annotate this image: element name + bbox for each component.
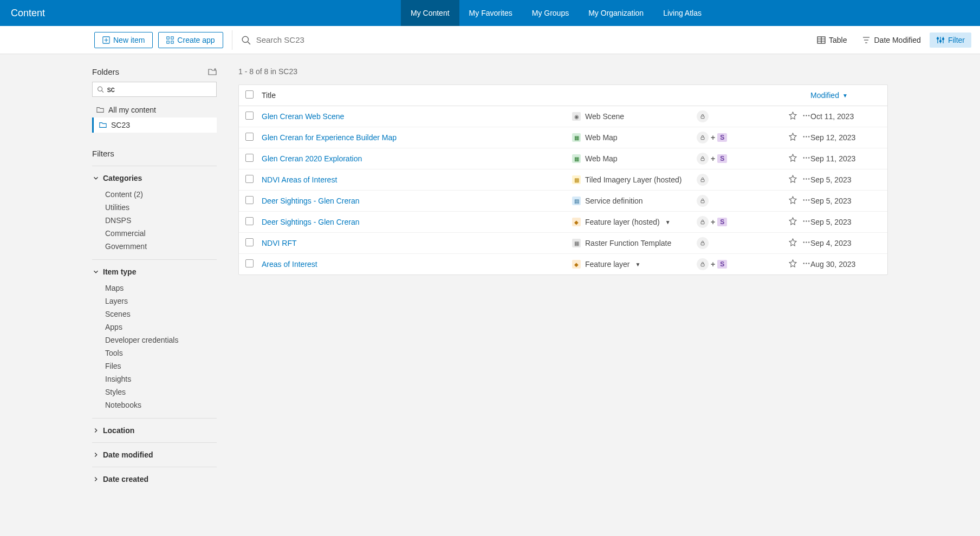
svg-point-8 — [939, 40, 941, 42]
create-app-button[interactable]: Create app — [158, 32, 223, 48]
filter-item[interactable]: Scenes — [105, 308, 217, 321]
filter-item[interactable]: Styles — [105, 385, 217, 398]
sharing-button[interactable] — [697, 216, 709, 228]
favorite-button[interactable] — [789, 175, 797, 185]
filter-item[interactable]: Utilities — [105, 201, 217, 214]
create-app-label: Create app — [177, 36, 215, 44]
filter-group-header[interactable]: Item type — [92, 265, 217, 278]
item-modified-date: Sep 11, 2023 — [810, 154, 881, 163]
folder-all-content[interactable]: All my content — [92, 102, 217, 117]
item-modified-date: Sep 12, 2023 — [810, 133, 881, 142]
more-menu-button[interactable] — [802, 133, 810, 142]
more-menu-button[interactable] — [802, 217, 810, 227]
more-menu-button[interactable] — [802, 175, 810, 185]
more-menu-button[interactable] — [802, 196, 810, 206]
sort-button[interactable]: Date Modified — [855, 32, 927, 48]
item-title-link[interactable]: Glen Creran 2020 Exploration — [262, 154, 572, 163]
item-modified-date: Sep 5, 2023 — [810, 218, 881, 226]
filter-item[interactable]: DNSPS — [105, 214, 217, 227]
row-checkbox[interactable] — [245, 154, 254, 162]
more-menu-button[interactable] — [802, 154, 810, 164]
filter-item[interactable]: Developer credentials — [105, 334, 217, 347]
sharing-button[interactable] — [697, 174, 709, 186]
filter-item[interactable]: Notebooks — [105, 398, 217, 411]
more-menu-button[interactable] — [802, 259, 810, 269]
row-checkbox[interactable] — [245, 238, 254, 246]
sharing-button[interactable] — [697, 153, 709, 165]
item-title-link[interactable]: Glen Creran for Experience Builder Map — [262, 133, 572, 142]
more-menu-button[interactable] — [802, 238, 810, 248]
favorite-button[interactable] — [789, 154, 797, 164]
item-title-link[interactable]: Areas of Interest — [262, 260, 572, 269]
filter-item[interactable]: Commercial — [105, 227, 217, 240]
svg-point-37 — [806, 241, 807, 243]
chevron-down-icon[interactable]: ▼ — [665, 219, 671, 225]
folder-sc23[interactable]: SC23 — [92, 117, 217, 133]
filter-item[interactable]: Content (2) — [105, 188, 217, 201]
item-modified-date: Aug 30, 2023 — [810, 260, 881, 269]
filter-group-header[interactable]: Date created — [92, 473, 217, 486]
sharing-button[interactable] — [697, 237, 709, 249]
favorite-button[interactable] — [789, 133, 797, 142]
filter-group-header[interactable]: Categories — [92, 172, 217, 185]
item-title-link[interactable]: NDVI RFT — [262, 239, 572, 247]
new-folder-icon[interactable] — [208, 68, 217, 76]
sharing-button[interactable] — [697, 195, 709, 207]
filter-button[interactable]: Filter — [930, 32, 971, 48]
filter-item[interactable]: Government — [105, 240, 217, 253]
row-checkbox[interactable] — [245, 133, 254, 141]
row-checkbox[interactable] — [245, 259, 254, 267]
chevron-down-icon[interactable]: ▼ — [635, 262, 640, 267]
svg-point-40 — [803, 263, 804, 264]
filter-item[interactable]: Files — [105, 359, 217, 372]
filter-group-header[interactable]: Location — [92, 424, 217, 437]
folder-search[interactable] — [92, 82, 217, 97]
column-modified[interactable]: Modified ▼ — [810, 91, 881, 100]
sharing-button[interactable] — [697, 132, 709, 143]
favorite-button[interactable] — [789, 238, 797, 248]
item-title-link[interactable]: Deer Sightings - Glen Creran — [262, 197, 572, 205]
header-tab-my-groups[interactable]: My Groups — [522, 0, 579, 26]
filter-item[interactable]: Maps — [105, 282, 217, 295]
filter-item[interactable]: Apps — [105, 321, 217, 334]
favorite-button[interactable] — [789, 112, 797, 121]
new-item-button[interactable]: New item — [94, 32, 153, 48]
item-title-link[interactable]: NDVI Areas of Interest — [262, 175, 572, 184]
svg-point-20 — [803, 157, 804, 158]
select-all-checkbox[interactable] — [245, 90, 254, 99]
favorite-button[interactable] — [789, 259, 797, 269]
filter-item[interactable]: Insights — [105, 372, 217, 385]
filter-group-header[interactable]: Date modified — [92, 448, 217, 461]
item-type-label: Service definition — [585, 197, 643, 205]
item-type-icon: ◉ — [572, 112, 581, 121]
svg-point-5 — [242, 36, 248, 42]
sharing-button[interactable] — [697, 258, 709, 270]
item-type-label: Web Map — [585, 133, 618, 142]
svg-point-18 — [808, 136, 809, 137]
view-table-button[interactable]: Table — [810, 32, 853, 48]
header-tab-living-atlas[interactable]: Living Atlas — [653, 0, 711, 26]
more-menu-button[interactable] — [802, 112, 810, 121]
column-title[interactable]: Title — [262, 91, 572, 100]
table-row: Glen Creran Web Scene◉Web SceneOct 11, 2… — [239, 106, 887, 127]
sharing-button[interactable] — [697, 110, 709, 122]
folder-search-input[interactable] — [107, 85, 212, 94]
filter-item[interactable]: Layers — [105, 295, 217, 308]
table-row: Deer Sightings - Glen Creran▤Service def… — [239, 191, 887, 212]
row-checkbox[interactable] — [245, 217, 254, 225]
row-checkbox[interactable] — [245, 112, 254, 120]
row-checkbox[interactable] — [245, 196, 254, 204]
item-title-link[interactable]: Deer Sightings - Glen Creran — [262, 218, 572, 226]
svg-point-28 — [803, 199, 804, 200]
header-tab-my-content[interactable]: My Content — [401, 0, 459, 26]
item-title-link[interactable]: Glen Creran Web Scene — [262, 112, 572, 121]
search-input[interactable] — [256, 35, 419, 44]
svg-point-26 — [808, 178, 809, 179]
favorite-button[interactable] — [789, 217, 797, 227]
row-checkbox[interactable] — [245, 175, 254, 183]
header-tab-my-favorites[interactable]: My Favorites — [459, 0, 522, 26]
item-type-label: Tiled Imagery Layer (hosted) — [585, 175, 682, 184]
header-tab-my-organization[interactable]: My Organization — [579, 0, 653, 26]
favorite-button[interactable] — [789, 196, 797, 206]
filter-item[interactable]: Tools — [105, 347, 217, 359]
